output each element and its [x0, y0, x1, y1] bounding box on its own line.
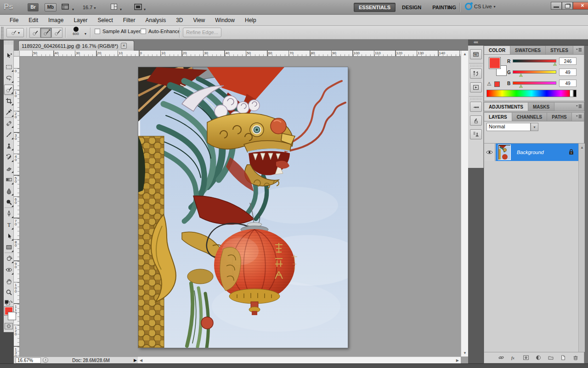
new-selection-button[interactable]: [29, 28, 40, 38]
marquee-tool[interactable]: [4, 62, 13, 72]
status-zoom-field[interactable]: 16.67%: [16, 357, 41, 363]
toolbar-grip[interactable]: [4, 40, 14, 44]
auto-enhance-checkbox[interactable]: [141, 29, 146, 34]
layers-list-scrollbar[interactable]: ▲: [578, 144, 585, 352]
subtract-from-selection-button[interactable]: −: [51, 28, 62, 38]
horizontal-ruler[interactable]: 5040302010010203040506070809010011012013…: [20, 51, 461, 57]
screen-mode-icon[interactable]: ▾: [134, 3, 146, 12]
menu-item-view[interactable]: View: [188, 15, 210, 25]
collapse-to-icons-chevron[interactable]: ««: [474, 40, 478, 45]
tab-color[interactable]: COLOR: [484, 46, 510, 54]
camera-rotate-3d-tool[interactable]: [4, 265, 13, 275]
channel-slider-marker[interactable]: [519, 74, 523, 77]
zoom-level-field[interactable]: 16.7 ▾: [83, 5, 96, 10]
lasso-tool[interactable]: [4, 73, 13, 83]
blend-mode-caret-icon[interactable]: ▼: [531, 123, 538, 131]
history-brush-tool[interactable]: [4, 152, 13, 162]
document-canvas[interactable]: [138, 67, 348, 348]
menu-item-filter[interactable]: Filter: [118, 15, 141, 25]
menu-item-file[interactable]: File: [5, 15, 23, 25]
sample-all-layers-checkbox[interactable]: [95, 29, 100, 34]
eraser-tool[interactable]: [4, 163, 13, 173]
add-to-selection-button[interactable]: +: [40, 28, 51, 38]
fx-icon[interactable]: fx: [509, 354, 517, 362]
view-extras-icon[interactable]: ▾: [62, 3, 74, 12]
document-close-icon[interactable]: ×: [121, 43, 127, 49]
menu-item-image[interactable]: Image: [43, 15, 68, 25]
layer-row-background[interactable]: Background ▲: [484, 144, 585, 161]
status-flyout-icon[interactable]: ▶: [134, 358, 137, 362]
crop-tool[interactable]: [4, 96, 13, 106]
clone-source-panel-icon[interactable]: [470, 129, 482, 139]
delete-icon[interactable]: [571, 354, 579, 362]
arrange-documents-icon[interactable]: ▾: [110, 3, 122, 12]
new-layer-icon[interactable]: [559, 354, 567, 362]
layer-name[interactable]: Background: [517, 150, 544, 155]
quick-mask-button[interactable]: [5, 323, 13, 329]
spectrum-black-swatch[interactable]: [573, 90, 577, 97]
blend-mode-select[interactable]: Normal: [486, 123, 531, 131]
launch-mini-bridge-button[interactable]: Mb: [45, 3, 57, 12]
layer-thumbnail[interactable]: [498, 145, 510, 160]
scroll-up-icon[interactable]: ▲: [463, 52, 467, 56]
object-rotate-3d-tool[interactable]: [4, 253, 13, 264]
launch-bridge-button[interactable]: Br: [28, 3, 39, 12]
workspace-design[interactable]: DESIGN: [397, 3, 426, 12]
background-color-swatch[interactable]: [8, 312, 16, 320]
brush-size-picker[interactable]: 600: [68, 27, 84, 39]
menu-item-layer[interactable]: Layer: [68, 15, 92, 25]
layer-selected-area[interactable]: Background: [496, 144, 578, 161]
mini-bridge-panel-icon[interactable]: Mb: [470, 49, 482, 59]
menu-item-analysis[interactable]: Analysis: [140, 15, 171, 25]
menu-item-3d[interactable]: 3D: [171, 15, 188, 25]
document-tab[interactable]: 1189220_60426611.jpg @ 16.7% (RGB/8*) ×: [18, 40, 134, 51]
cs-live-menu[interactable]: CS Live ▾: [465, 3, 496, 10]
tab-menu-icon[interactable]: [574, 46, 584, 54]
spot-healing-tool[interactable]: [4, 118, 13, 128]
rectangle-tool[interactable]: [4, 242, 13, 253]
brush-panel-panel-icon[interactable]: [470, 102, 482, 112]
clone-stamp-tool[interactable]: [4, 141, 13, 151]
eyedropper-tool[interactable]: [4, 107, 13, 117]
zoom-tool[interactable]: [4, 288, 13, 298]
tab-paths[interactable]: PATHS: [547, 113, 571, 121]
layers-scroll-up-icon[interactable]: ▲: [580, 145, 584, 150]
tab-swatches[interactable]: SWATCHES: [510, 46, 546, 54]
blur-tool[interactable]: [4, 186, 13, 196]
vertical-scrollbar[interactable]: ▲ ▼: [461, 51, 468, 356]
hand-tool[interactable]: [4, 276, 13, 286]
scroll-left-icon[interactable]: ◀: [140, 358, 142, 362]
dodge-tool[interactable]: [4, 197, 13, 207]
path-selection-tool[interactable]: [4, 231, 13, 241]
channel-value-field[interactable]: 49: [559, 69, 577, 76]
channel-slider[interactable]: [513, 59, 556, 63]
options-grip[interactable]: [1, 27, 4, 39]
tab-menu-icon[interactable]: [574, 113, 584, 121]
type-tool[interactable]: T: [4, 220, 13, 230]
move-tool[interactable]: [4, 51, 13, 61]
channel-slider[interactable]: [513, 81, 556, 85]
workspace-essentials[interactable]: ESSENTIALS: [354, 3, 396, 12]
document-size-info[interactable]: Doc: 28.6M/28.6M: [48, 358, 134, 363]
actions-panel-icon[interactable]: [470, 82, 482, 92]
tab-channels[interactable]: CHANNELS: [512, 113, 548, 121]
horizontal-scrollbar[interactable]: ◀ ▶: [138, 356, 461, 363]
brush-size-caret[interactable]: ▾: [85, 30, 86, 36]
restore-button[interactable]: [562, 2, 573, 10]
menu-item-help[interactable]: Help: [240, 15, 261, 25]
tab-layers[interactable]: LAYERS: [484, 113, 512, 121]
channel-slider-marker[interactable]: [553, 63, 557, 66]
pen-tool[interactable]: [4, 208, 13, 218]
tab-menu-icon[interactable]: [574, 103, 584, 111]
quick-selection-tool[interactable]: [4, 85, 13, 95]
tool-presets-panel-icon[interactable]: [470, 115, 482, 126]
menu-item-window[interactable]: Window: [210, 15, 240, 25]
channel-value-field[interactable]: 246: [559, 58, 577, 65]
close-button[interactable]: ×: [573, 2, 588, 10]
adjustment-icon[interactable]: [534, 354, 542, 362]
tab-styles[interactable]: STYLES: [546, 46, 573, 54]
channel-value-field[interactable]: 49: [559, 80, 577, 87]
tool-preset-picker[interactable]: ▾: [6, 28, 24, 37]
default-colors-icon[interactable]: [5, 300, 13, 305]
sample-all-layers-option[interactable]: Sample All Layers: [95, 29, 143, 34]
